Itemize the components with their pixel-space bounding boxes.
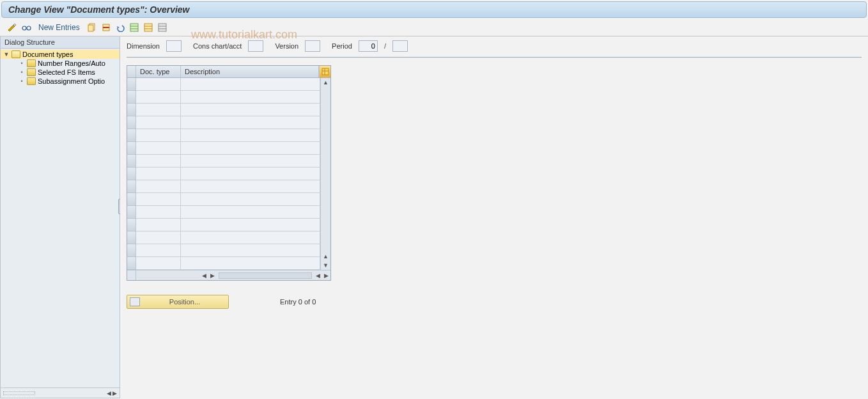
table-row[interactable] xyxy=(127,116,320,129)
row-selector[interactable] xyxy=(127,78,136,91)
sidebar-resize-handle[interactable] xyxy=(3,391,35,395)
conschart-input[interactable] xyxy=(248,40,263,52)
cell-doctype[interactable] xyxy=(136,180,181,193)
row-selector[interactable] xyxy=(127,180,136,193)
row-selector[interactable] xyxy=(127,206,136,219)
cell-doctype[interactable] xyxy=(136,129,181,142)
tree-item-number-ranges[interactable]: • Number Ranges/Auto xyxy=(1,59,120,68)
cell-doctype[interactable] xyxy=(136,91,181,104)
cell-doctype[interactable] xyxy=(136,104,181,116)
cell-description[interactable] xyxy=(181,78,320,91)
period-input-2[interactable] xyxy=(392,40,408,52)
cell-doctype[interactable] xyxy=(136,219,181,231)
scroll-right-icon[interactable]: ▶ xyxy=(208,272,217,279)
table-row[interactable] xyxy=(127,257,320,270)
period-field: Period / xyxy=(332,40,408,52)
dimension-input[interactable] xyxy=(166,40,182,52)
row-selector[interactable] xyxy=(127,244,136,257)
table-row[interactable] xyxy=(127,219,320,231)
cell-doctype[interactable] xyxy=(136,257,181,270)
scroll-left-end-icon[interactable]: ◀ xyxy=(314,272,322,279)
cell-doctype[interactable] xyxy=(136,168,181,180)
delete-icon[interactable] xyxy=(100,22,112,33)
cell-description[interactable] xyxy=(181,168,320,180)
select-block-icon[interactable] xyxy=(143,22,154,33)
row-selector[interactable] xyxy=(127,142,136,155)
table-row[interactable] xyxy=(127,193,320,206)
new-entries-button[interactable]: New Entries xyxy=(35,23,84,32)
tree-item-document-types[interactable]: ▼ Document types xyxy=(1,50,120,59)
dimension-label: Dimension xyxy=(127,42,160,50)
table-row[interactable] xyxy=(127,91,320,104)
cell-doctype[interactable] xyxy=(136,244,181,257)
column-header-doctype[interactable]: Doc. type xyxy=(136,66,181,77)
horizontal-scrollbar[interactable]: ◀ ▶ ◀ ▶ xyxy=(127,270,330,280)
version-input[interactable] xyxy=(305,40,320,52)
cell-description[interactable] xyxy=(181,104,320,116)
cell-description[interactable] xyxy=(181,116,320,129)
scroll-right-end-icon[interactable]: ▶ xyxy=(322,272,330,279)
cell-doctype[interactable] xyxy=(136,116,181,129)
change-icon[interactable] xyxy=(6,22,18,33)
row-selector[interactable] xyxy=(127,168,136,180)
row-selector[interactable] xyxy=(127,231,136,244)
row-selector[interactable] xyxy=(127,129,136,142)
cell-description[interactable] xyxy=(181,180,320,193)
table-row[interactable] xyxy=(127,180,320,193)
table-row[interactable] xyxy=(127,155,320,168)
cell-doctype[interactable] xyxy=(136,193,181,206)
cell-doctype[interactable] xyxy=(136,231,181,244)
table-row[interactable] xyxy=(127,168,320,180)
scroll-left-icon[interactable]: ◀ xyxy=(200,272,208,279)
position-button[interactable]: Position... xyxy=(127,295,229,309)
table-row[interactable] xyxy=(127,129,320,142)
hscroll-track[interactable] xyxy=(219,272,312,279)
tree-item-selected-fs[interactable]: • Selected FS Items xyxy=(1,68,120,77)
cell-description[interactable] xyxy=(181,91,320,104)
table-row[interactable] xyxy=(127,231,320,244)
tree-item-subassignment[interactable]: • Subassignment Optio xyxy=(1,77,120,86)
cell-description[interactable] xyxy=(181,155,320,168)
table-row[interactable] xyxy=(127,142,320,155)
row-selector[interactable] xyxy=(127,155,136,168)
table-row[interactable] xyxy=(127,206,320,219)
cell-doctype[interactable] xyxy=(136,206,181,219)
cell-description[interactable] xyxy=(181,257,320,270)
cell-doctype[interactable] xyxy=(136,155,181,168)
main-area: Dialog Structure ▼ Document types • Numb… xyxy=(0,36,868,398)
row-selector[interactable] xyxy=(127,193,136,206)
table-row[interactable] xyxy=(127,104,320,116)
vertical-scrollbar[interactable]: ▲ ▲ ▼ xyxy=(320,78,330,270)
cell-description[interactable] xyxy=(181,193,320,206)
row-selector[interactable] xyxy=(127,257,136,270)
row-selector[interactable] xyxy=(127,91,136,104)
column-header-description[interactable]: Description xyxy=(181,66,319,77)
cell-description[interactable] xyxy=(181,206,320,219)
scroll-up-icon[interactable]: ▲ xyxy=(323,78,329,87)
select-all-icon[interactable] xyxy=(128,22,140,33)
scroll-down-icon[interactable]: ▼ xyxy=(323,261,329,270)
scroll-right-icon[interactable]: ▶ xyxy=(112,390,117,396)
scroll-left-icon[interactable]: ◀ xyxy=(107,390,111,396)
cell-description[interactable] xyxy=(181,129,320,142)
grid-corner[interactable] xyxy=(127,66,136,77)
deselect-icon[interactable] xyxy=(157,22,168,33)
undo-icon[interactable] xyxy=(114,22,126,33)
table-row[interactable] xyxy=(127,78,320,91)
row-selector[interactable] xyxy=(127,219,136,231)
scroll-up-small-icon[interactable]: ▲ xyxy=(323,252,329,261)
row-selector[interactable] xyxy=(127,116,136,129)
cell-description[interactable] xyxy=(181,142,320,155)
glasses-icon[interactable] xyxy=(20,22,32,33)
cell-description[interactable] xyxy=(181,231,320,244)
period-input-1[interactable] xyxy=(359,40,378,52)
cell-doctype[interactable] xyxy=(136,78,181,91)
copy-icon[interactable] xyxy=(86,22,98,33)
cell-description[interactable] xyxy=(181,219,320,231)
tree-toggle-icon[interactable]: ▼ xyxy=(3,51,10,58)
cell-doctype[interactable] xyxy=(136,142,181,155)
row-selector[interactable] xyxy=(127,104,136,116)
configure-columns-button[interactable] xyxy=(319,66,330,77)
table-row[interactable] xyxy=(127,244,320,257)
cell-description[interactable] xyxy=(181,244,320,257)
